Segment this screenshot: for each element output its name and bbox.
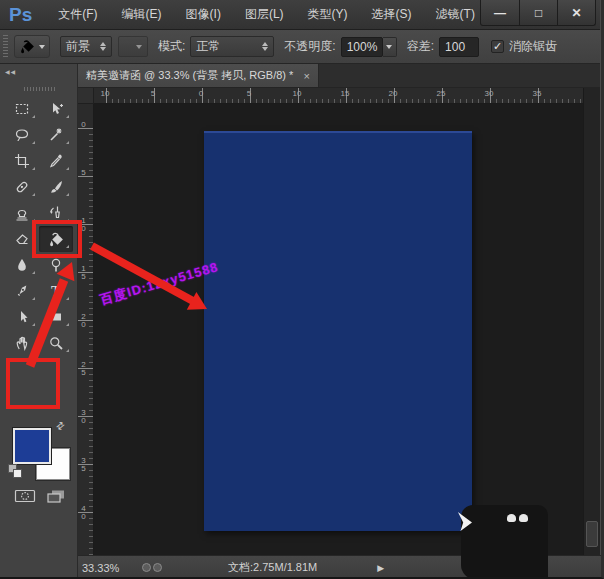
document-tab-strip: 精美邀请函 @ 33.3% (背景 拷贝, RGB/8) * × bbox=[78, 64, 604, 88]
ruler-tick-label: 5 bbox=[241, 89, 257, 98]
tool-path-selection[interactable] bbox=[5, 304, 39, 330]
eyedropper-icon bbox=[48, 153, 64, 169]
chevron-down-icon bbox=[136, 45, 142, 49]
scrollbar-thumb[interactable] bbox=[586, 521, 598, 547]
menu-item[interactable]: 图像(I) bbox=[174, 0, 233, 29]
vertical-scrollbar[interactable] bbox=[583, 88, 600, 555]
antialias-label: 消除锯齿 bbox=[509, 38, 557, 55]
cursor-dot bbox=[519, 514, 528, 522]
menu-item[interactable]: 滤镜(T) bbox=[424, 0, 487, 29]
options-bar: 前景 模式: 正常 不透明度: 100% 容差: 100 ✓ 消除锯齿 bbox=[0, 30, 604, 64]
tool-shape[interactable] bbox=[39, 304, 73, 330]
quick-mask-icon[interactable] bbox=[14, 488, 36, 504]
zoom-level-field[interactable]: 33.33% bbox=[82, 562, 134, 574]
menu-item[interactable]: 编辑(E) bbox=[110, 0, 174, 29]
ruler-tick-label: 25 bbox=[80, 361, 87, 377]
tool-move[interactable] bbox=[39, 96, 73, 122]
ruler-tick-label: 30 bbox=[80, 409, 87, 425]
ruler-tick-label: 0 bbox=[193, 89, 209, 98]
document-tab[interactable]: 精美邀请函 @ 33.3% (背景 拷贝, RGB/8) * × bbox=[78, 64, 319, 87]
path-selection-icon bbox=[14, 309, 30, 325]
menu-item[interactable]: 文件(F) bbox=[46, 0, 109, 29]
tool-crop[interactable] bbox=[5, 148, 39, 174]
title-bar: Ps 文件(F)编辑(E)图像(I)图层(L)类型(Y)选择(S)滤镜(T)3D… bbox=[0, 0, 604, 30]
status-expand-arrow[interactable]: ▶ bbox=[377, 563, 384, 573]
horizontal-ruler[interactable]: 10505101520253035 bbox=[94, 88, 583, 104]
tool-eyedropper[interactable] bbox=[39, 148, 73, 174]
tool-zoom[interactable] bbox=[39, 330, 73, 356]
ruler-tick-label: 35 bbox=[80, 457, 87, 473]
cursor-dot bbox=[507, 514, 516, 522]
cursor-overlay bbox=[461, 505, 548, 579]
tool-hand[interactable] bbox=[5, 330, 39, 356]
menu-item[interactable]: 选择(S) bbox=[360, 0, 424, 29]
document-size-info: 文档:2.75M/1.81M bbox=[228, 560, 317, 575]
document-tab-title: 精美邀请函 @ 33.3% (背景 拷贝, RGB/8) * bbox=[86, 68, 293, 83]
paint-bucket-icon bbox=[19, 38, 36, 55]
chevron-down-icon bbox=[39, 45, 45, 49]
maximize-button[interactable]: □ bbox=[519, 0, 557, 25]
ruler-tick-label: 10 bbox=[289, 89, 305, 98]
magic-wand-icon bbox=[48, 127, 64, 143]
ruler-tick-label: 15 bbox=[337, 89, 353, 98]
tool-magic-wand[interactable] bbox=[39, 122, 73, 148]
dodge-icon bbox=[48, 257, 64, 273]
history-brush-icon bbox=[48, 205, 64, 221]
pattern-picker[interactable] bbox=[118, 36, 148, 57]
blur-icon bbox=[14, 257, 30, 273]
tool-preset-picker[interactable] bbox=[14, 35, 50, 58]
antialias-checkbox[interactable]: ✓ bbox=[491, 40, 504, 53]
minimize-button[interactable]: — bbox=[481, 0, 519, 25]
canvas-viewport[interactable] bbox=[94, 104, 583, 555]
window-controls: — □ ✕ bbox=[480, 0, 596, 26]
ruler-tick-label: 40 bbox=[80, 505, 87, 521]
collapse-panel-button[interactable]: ◀◀ bbox=[5, 68, 16, 75]
panel-grip[interactable] bbox=[24, 87, 56, 91]
fill-source-select[interactable]: 前景 bbox=[60, 36, 112, 57]
tool-lasso[interactable] bbox=[5, 122, 39, 148]
zoom-icon bbox=[48, 335, 64, 351]
tool-panel: ◀◀ bbox=[0, 64, 78, 579]
vertical-ruler[interactable]: 0510152025303540 bbox=[78, 104, 94, 555]
opacity-dropdown-button[interactable] bbox=[383, 37, 397, 57]
healing-brush-icon bbox=[14, 179, 30, 195]
swap-colors-icon[interactable]: ⇄ bbox=[53, 419, 66, 433]
close-button[interactable]: ✕ bbox=[557, 0, 595, 25]
options-grip[interactable] bbox=[3, 35, 8, 59]
foreground-color-swatch[interactable] bbox=[13, 428, 51, 464]
ruler-tick-label: 10 bbox=[97, 89, 113, 98]
mode-label: 模式: bbox=[158, 38, 185, 55]
ruler-tick-label: 30 bbox=[481, 89, 497, 98]
brush-icon bbox=[48, 179, 64, 195]
menu-bar: 文件(F)编辑(E)图像(I)图层(L)类型(Y)选择(S)滤镜(T)3D(D)… bbox=[46, 0, 486, 29]
rectangle-shape-icon bbox=[48, 309, 64, 325]
ruler-tick-label: 35 bbox=[529, 89, 545, 98]
tool-brush[interactable] bbox=[39, 174, 73, 200]
pen-icon bbox=[14, 283, 30, 299]
opacity-value[interactable]: 100% bbox=[341, 37, 383, 57]
default-colors-icon[interactable] bbox=[8, 464, 24, 480]
eraser-icon bbox=[14, 231, 30, 247]
window-edge bbox=[600, 0, 604, 579]
ruler-tick-label: 5 bbox=[145, 89, 161, 98]
menu-item[interactable]: 类型(Y) bbox=[296, 0, 360, 29]
color-swatches: ⇄ bbox=[6, 420, 74, 486]
tab-close-icon[interactable]: × bbox=[303, 70, 309, 82]
tool-rectangular-marquee[interactable] bbox=[5, 96, 39, 122]
tolerance-label: 容差: bbox=[407, 38, 434, 55]
tolerance-input[interactable]: 100 bbox=[439, 37, 479, 57]
annotation-box-foreground-color bbox=[6, 358, 60, 409]
document-canvas[interactable] bbox=[204, 131, 472, 531]
mode-select[interactable]: 正常 bbox=[190, 36, 274, 57]
annotation-box-paint-bucket bbox=[32, 220, 82, 258]
hand-icon bbox=[14, 335, 30, 351]
screen-mode-icon[interactable] bbox=[46, 488, 66, 504]
rectangular-marquee-icon bbox=[14, 101, 30, 117]
ruler-tick-label: 25 bbox=[433, 89, 449, 98]
tool-pen[interactable] bbox=[5, 278, 39, 304]
tool-healing-brush[interactable] bbox=[5, 174, 39, 200]
opacity-control: 100% bbox=[341, 37, 397, 57]
ruler-corner[interactable] bbox=[78, 88, 94, 104]
tool-type[interactable]: T bbox=[39, 278, 73, 304]
menu-item[interactable]: 图层(L) bbox=[233, 0, 296, 29]
